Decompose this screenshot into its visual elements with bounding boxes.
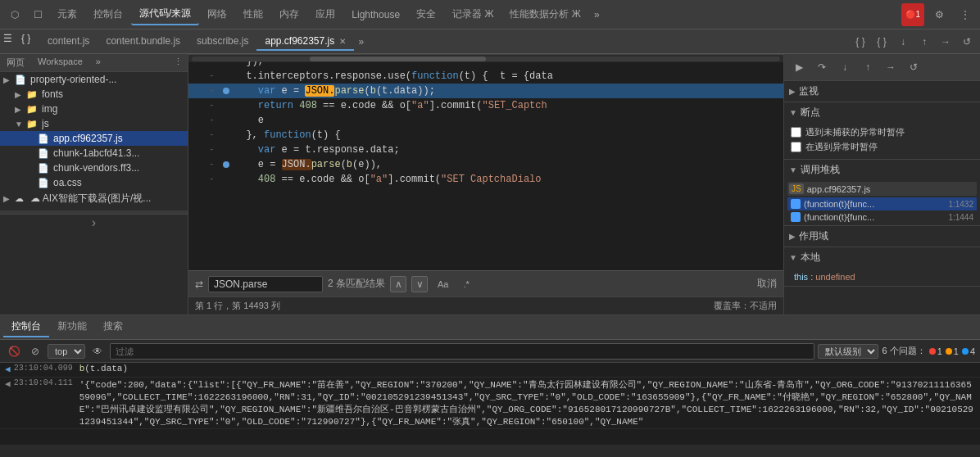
live-expressions-button[interactable]: 👁 xyxy=(88,342,107,360)
tab-sources[interactable]: 源代码/来源 xyxy=(131,3,199,25)
scroll-track[interactable] xyxy=(192,57,780,61)
tab-security[interactable]: 安全 xyxy=(408,4,444,25)
find-bar: ⇄ 2 条匹配结果 ∧ ∨ Aa .* 取消 xyxy=(188,270,783,296)
console-timestamp-2: 23:10:04.111 xyxy=(14,378,73,387)
filter-button[interactable]: ⊘ xyxy=(26,342,44,360)
call-stack-loc-2: 1:1444 xyxy=(948,213,973,222)
local-section-content: this : undefined xyxy=(784,268,980,286)
regex-button[interactable]: .* xyxy=(458,278,474,291)
call-stack-header[interactable]: ▼ 调用堆栈 xyxy=(784,160,980,180)
sidebar-menu-icon[interactable]: ⋮ xyxy=(169,54,188,71)
more-tabs-button[interactable]: » xyxy=(589,6,605,24)
deactivate-breakpoints-button[interactable]: ↺ xyxy=(904,57,923,77)
sync-icon[interactable]: ↑ xyxy=(914,32,934,52)
sidebar-item-fonts[interactable]: ▶ 📁 fonts xyxy=(0,87,188,102)
section-expand-icon: ▼ xyxy=(789,108,797,117)
sidebar-item-aix[interactable]: ▶ ☁ ☁ AIX智能下载器(图片/视... xyxy=(0,190,188,207)
scope-header[interactable]: ▶ 作用域 xyxy=(784,226,980,247)
breakpoints-content: 遇到未捕获的异常时暂停 在遇到异常时暂停 xyxy=(784,123,980,159)
error-count-badge: 1 xyxy=(929,346,942,356)
sidebar-item-oa-css[interactable]: 📄 oa.css xyxy=(0,175,188,190)
log-level-select[interactable]: 默认级别 xyxy=(818,344,878,359)
format-icon[interactable]: { } xyxy=(851,32,870,52)
call-stack-file-item[interactable]: JS app.cf962357.js xyxy=(787,182,977,196)
more-file-tabs-button[interactable]: » xyxy=(354,34,370,50)
find-input[interactable] xyxy=(208,276,323,292)
cursor-icon[interactable]: ⬡ xyxy=(3,3,26,26)
bottom-tab-search[interactable]: 搜索 xyxy=(95,317,131,337)
watch-section-header[interactable]: ▶ 监视 xyxy=(784,81,980,102)
tab-console[interactable]: 控制台 xyxy=(85,4,131,25)
section-expand-icon: ▼ xyxy=(789,253,797,262)
console-filter-input[interactable] xyxy=(110,343,814,360)
file-tab-content-bundle-js[interactable]: content.bundle.js xyxy=(98,33,188,51)
sidebar-toggle-icon[interactable]: ☰ xyxy=(3,33,21,51)
sidebar-tab-workspace[interactable]: Workspace xyxy=(31,54,89,71)
sidebar-item-chunk1[interactable]: 📄 chunk-1abcfd41.3... xyxy=(0,146,188,161)
clear-console-button[interactable]: 🚫 xyxy=(5,342,23,360)
match-case-button[interactable]: Aa xyxy=(433,278,453,291)
tab-memory[interactable]: 内存 xyxy=(271,4,307,25)
expand-icon: › xyxy=(92,215,96,230)
step-out-button[interactable]: ↑ xyxy=(858,57,878,77)
new-snippet-icon[interactable]: { } xyxy=(21,33,39,51)
call-stack-entry-1[interactable]: (function(t){func... 1:1432 xyxy=(787,197,977,210)
pretty-print-icon[interactable]: { } xyxy=(872,32,892,52)
find-cancel-button[interactable]: 取消 xyxy=(757,277,777,291)
uncaught-exception-label: 遇到未捕获的异常时暂停 xyxy=(805,126,905,138)
folder-icon: 📁 xyxy=(26,89,39,100)
history-icon[interactable]: ↺ xyxy=(957,32,977,52)
find-next-button[interactable]: ∨ xyxy=(411,276,428,292)
find-prev-button[interactable]: ∧ xyxy=(390,276,406,292)
context-select[interactable]: top xyxy=(48,344,85,359)
scroll-thumb[interactable] xyxy=(310,57,486,61)
bottom-tab-console[interactable]: 控制台 xyxy=(3,317,49,337)
step-into-button[interactable]: ↓ xyxy=(835,57,855,77)
tab-network[interactable]: 网络 xyxy=(199,4,235,25)
tab-recorder[interactable]: 记录器 Ж xyxy=(444,4,501,25)
code-line-breakpoint: - var e = JSON.parse(b(t.data)); xyxy=(188,84,783,98)
tab-application[interactable]: 应用 xyxy=(307,4,343,25)
file-tab-subscribe-js[interactable]: subscribe.js xyxy=(188,33,256,51)
inspect-icon[interactable]: ☐ xyxy=(26,3,49,26)
forward-icon[interactable]: → xyxy=(936,32,955,52)
js-file-badge: JS xyxy=(789,183,804,194)
sidebar-item-property-oriented[interactable]: ▶ 📄 property-oriented-... xyxy=(0,72,188,87)
caught-exception-checkbox[interactable] xyxy=(791,142,801,152)
sidebar-expand-btn[interactable]: › xyxy=(0,214,188,230)
code-content-area[interactable]: - }), - t.interceptors.response.use(func… xyxy=(188,54,783,270)
scope-section: ▶ 作用域 xyxy=(784,226,980,247)
tab-perf-insights[interactable]: 性能数据分析 Ж xyxy=(501,4,588,25)
console-output-area[interactable]: ◀ 23:10:04.099 b(t.data) ◀ 23:10:04.111 … xyxy=(0,363,980,445)
code-line: - }, function(t) { xyxy=(188,128,783,143)
tab-elements[interactable]: 元素 xyxy=(49,4,85,25)
resume-button[interactable]: ▶ xyxy=(789,57,809,77)
file-tree-sidebar: 网页 Workspace » ⋮ ▶ 📄 property-oriented-.… xyxy=(0,54,188,314)
replace-icon[interactable]: ⇄ xyxy=(195,278,203,290)
sidebar-item-app-js[interactable]: 📄 app.cf962357.js xyxy=(0,131,188,146)
bottom-tab-new-features[interactable]: 新功能 xyxy=(49,317,95,337)
sidebar-tab-page[interactable]: 网页 xyxy=(0,54,31,71)
sidebar-item-img[interactable]: ▶ 📁 img xyxy=(0,102,188,116)
js-file-icon: 📄 xyxy=(38,148,51,159)
file-tab-content-js[interactable]: content.js xyxy=(39,33,98,51)
tab-lighthouse[interactable]: Lighthouse xyxy=(343,6,408,24)
local-section-header[interactable]: ▼ 本地 xyxy=(784,247,980,268)
step-over-button[interactable]: ↷ xyxy=(812,57,832,77)
step-button[interactable]: → xyxy=(881,57,901,77)
code-line: - e xyxy=(188,113,783,128)
file-tab-app-js[interactable]: app.cf962357.js ✕ xyxy=(256,33,353,51)
uncaught-exception-checkbox[interactable] xyxy=(791,127,801,138)
call-stack-entry-2[interactable]: (function(t){func... 1:1444 xyxy=(787,210,977,224)
sidebar-item-js[interactable]: ▼ 📁 js xyxy=(0,116,188,131)
search-code-icon[interactable]: ↓ xyxy=(893,32,913,52)
tab-close-icon[interactable]: ✕ xyxy=(339,37,346,46)
tab-performance[interactable]: 性能 xyxy=(235,4,271,25)
settings-icon[interactable]: ⚙ xyxy=(928,3,951,26)
sidebar-more-icon[interactable]: » xyxy=(89,54,107,71)
call-stack-label: 调用堆栈 xyxy=(801,163,840,177)
more-options-icon[interactable]: ⋮ xyxy=(954,3,977,26)
breakpoints-section-header[interactable]: ▼ 断点 xyxy=(784,102,980,123)
sidebar-item-label: property-oriented-... xyxy=(30,74,116,85)
sidebar-item-chunk-vendors[interactable]: 📄 chunk-vendors.ff3... xyxy=(0,161,188,175)
